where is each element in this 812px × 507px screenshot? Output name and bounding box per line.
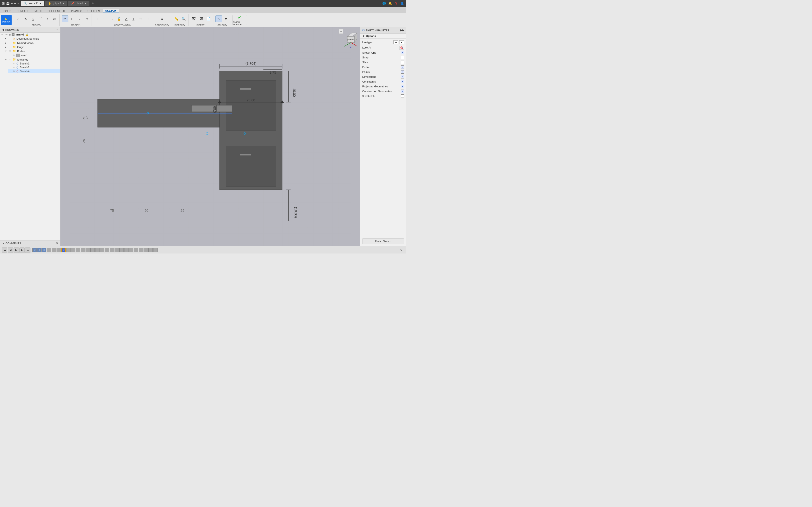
constraint-lock[interactable]: 🔒 [115,15,122,22]
home-icon[interactable]: ⌂ [17,2,18,5]
nav-next-button[interactable]: ▶ [19,247,24,253]
circle-tool[interactable]: ○ [44,15,51,22]
timeline-item[interactable] [144,248,148,252]
select-tool[interactable]: ↖ [215,15,222,22]
browser-item-origin[interactable]: ▶ 📁 Origin [4,45,60,49]
tab-sheet-metal[interactable]: SHEET METAL [45,9,68,13]
timeline-item[interactable] [134,248,138,252]
timeline-item[interactable]: □ [42,248,46,252]
timeline-item[interactable] [124,248,129,252]
select-more[interactable]: ▼ [222,15,230,22]
sketch2-eye-icon[interactable]: 👁 [12,66,16,69]
new-tab-button[interactable]: + [90,1,95,6]
insert-extra[interactable]: 📄 [205,15,212,22]
browser-settings-icon[interactable]: ⋯ [56,28,58,32]
user-icon[interactable]: 👤 [400,2,404,5]
constraint-tangent[interactable]: ⌢ [108,15,115,22]
save-icon[interactable]: 💾 [6,2,10,5]
undo-icon[interactable]: ↩ [11,2,13,5]
polygon-tool[interactable]: △ [30,15,36,22]
extend-tool[interactable]: ⊏ [69,15,75,22]
spline-tool[interactable]: ∿ [22,15,29,22]
offset-tool[interactable]: ⦶ [83,15,90,22]
palette-expand-icon[interactable]: ▶▶ [400,29,404,32]
timeline-item[interactable] [86,248,90,252]
nav-first-button[interactable]: ⏮ [2,247,7,253]
view-cube[interactable]: ⌂ FRONT LEFT [339,29,358,49]
profile-checkbox[interactable] [401,65,404,69]
nav-play-button[interactable]: ▶ [13,247,19,253]
browser-item-sketch4[interactable]: 👁 ⬡ Sketch4 [8,69,60,73]
inspect-measure[interactable]: 📏 [173,15,180,22]
browser-item-arm[interactable]: ▼ 👁 ◉ A arm v3 🔒 [0,33,60,37]
timeline-item[interactable] [114,248,119,252]
timeline-item[interactable] [100,248,104,252]
settings-button[interactable]: ⚙ [399,247,404,253]
constraint-extra[interactable]: ⌇ [145,15,151,22]
palette-finish-sketch-button[interactable]: Finish Sketch [362,238,404,244]
inspect-extra[interactable]: 🔍 [180,15,187,22]
timeline-item[interactable] [66,248,70,252]
sketch4-eye-icon[interactable]: 👁 [12,70,16,73]
insert-canvas[interactable]: 🖼 [191,15,197,22]
timeline-item[interactable] [52,248,56,252]
comments-settings-icon[interactable]: ✕ [56,242,58,245]
configure-settings[interactable]: ⚙ [159,15,165,22]
arc-tool[interactable]: ⌒ [37,15,44,22]
timeline-item[interactable] [148,248,153,252]
timeline-item[interactable] [153,248,158,252]
constraint-triangle[interactable]: △ [123,15,130,22]
timeline-item[interactable] [47,248,51,252]
fillet-tool[interactable]: ⌣ [76,15,83,22]
constraint-split[interactable]: ⌶ [130,15,137,22]
line-tool[interactable]: ⟋ [15,15,22,22]
tab-arm-close[interactable]: ✕ [39,2,41,5]
snap-checkbox[interactable] [401,56,404,59]
canvas[interactable]: (3.704) 3.75 25.00 10.00 60.0 [60,27,360,246]
app-grid-icon[interactable]: ⊞ [2,1,5,5]
options-arrow-icon[interactable]: ▼ [362,35,365,38]
browser-item-named-views[interactable]: ▶ 📁 Named Views [4,41,60,45]
timeline-item[interactable] [110,248,114,252]
tab-pin-close[interactable]: ✕ [85,2,87,5]
timeline-item[interactable] [95,248,100,252]
help-icon[interactable]: ❓ [394,2,398,5]
browser-item-doc-settings[interactable]: ▶ ⚙ Document Settings [4,37,60,41]
tab-solid[interactable]: SOLID [1,9,14,13]
3dsketch-checkbox[interactable] [401,95,404,98]
timeline-item[interactable] [90,248,95,252]
tab-surface[interactable]: SURFACE [14,9,32,13]
projected-checkbox[interactable] [401,85,404,88]
constraint-end[interactable]: ⊣ [137,15,144,22]
timeline-item[interactable] [129,248,134,252]
sketches-eye-icon[interactable]: 👁 [8,58,12,61]
nav-prev-button[interactable]: ◀ [8,247,13,253]
browser-collapse-icon[interactable]: ◀ [2,28,4,32]
dimensions-checkbox[interactable] [401,75,404,78]
bodies-eye-icon[interactable]: 👁 [8,50,12,52]
timeline-item[interactable] [139,248,143,252]
browser-item-sketch1[interactable]: 👁 ⬡ Sketch1 [8,62,60,65]
constraint-coincident[interactable]: ⊥ [94,15,101,22]
timeline-item[interactable] [76,248,80,252]
constraints-checkbox[interactable] [401,80,404,83]
points-checkbox[interactable] [401,70,404,74]
lookat-button[interactable]: 🎯 [399,46,404,50]
timeline-item[interactable] [81,248,85,252]
browser-item-arm1[interactable]: 👁 arm 1 [8,53,60,57]
rect-tool[interactable]: ▭ [51,15,58,22]
tab-grip[interactable]: ✋ grip v2 ✕ [45,1,67,6]
tab-grip-close[interactable]: ✕ [62,2,64,5]
timeline-item[interactable] [71,248,75,252]
tab-plastic[interactable]: PLASTIC [69,9,85,13]
timeline-item[interactable] [119,248,124,252]
arm1-eye-icon[interactable]: 👁 [12,54,16,57]
trim-tool[interactable]: ✂ [62,15,68,22]
timeline-item[interactable]: □ [37,248,42,252]
arm-eye-icon[interactable]: 👁 [5,33,8,36]
finish-sketch-button[interactable]: ✓ FINISH SKETCH [233,15,247,25]
timeline-item-current[interactable]: ⬡ [61,248,66,252]
construction-checkbox[interactable] [401,90,404,93]
slice-checkbox[interactable] [401,61,404,64]
browser-item-sketch2[interactable]: 👁 ⬡ Sketch2 [8,65,60,69]
